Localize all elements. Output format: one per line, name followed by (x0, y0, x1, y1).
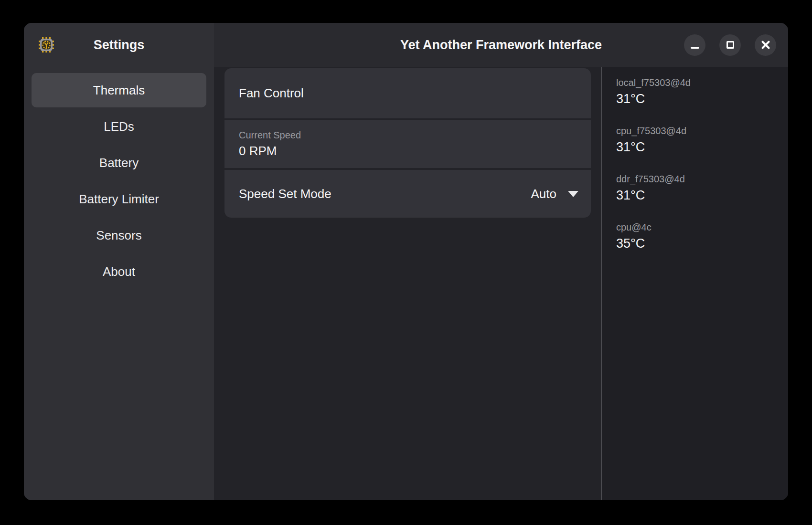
close-button[interactable] (755, 34, 776, 56)
app-window: Settings Thermals LEDs Battery Battery L… (24, 23, 788, 500)
sensor-item: cpu_f75303@4d 31°C (616, 126, 779, 155)
sidebar-header: Settings (24, 23, 214, 67)
current-speed-row: Current Speed 0 RPM (224, 120, 591, 168)
sidebar-item-about[interactable]: About (32, 254, 206, 289)
sensor-item: cpu@4c 35°C (616, 222, 779, 251)
window-controls (684, 23, 776, 67)
maximize-button[interactable] (719, 34, 741, 56)
sidebar-item-leds[interactable]: LEDs (32, 109, 206, 144)
sensor-name: cpu@4c (616, 222, 779, 233)
sensor-item: ddr_f75303@4d 31°C (616, 174, 779, 203)
fan-control-title: Fan Control (239, 86, 304, 101)
sidebar-item-thermals[interactable]: Thermals (32, 73, 206, 107)
current-speed-value: 0 RPM (239, 144, 591, 158)
current-speed-label: Current Speed (239, 130, 591, 141)
fan-control-header-row: Fan Control (224, 68, 591, 118)
speed-set-mode-value: Auto (531, 187, 557, 201)
sensor-value: 35°C (616, 236, 779, 251)
sensor-value: 31°C (616, 188, 779, 203)
sidebar-item-battery-limiter[interactable]: Battery Limiter (32, 182, 206, 216)
maximize-icon (727, 41, 734, 49)
speed-set-mode-dropdown[interactable]: Auto (531, 187, 579, 201)
sidebar-item-sensors[interactable]: Sensors (32, 218, 206, 252)
chevron-down-icon (568, 191, 578, 197)
minimize-button[interactable] (684, 34, 705, 56)
headerbar: Yet Another Framework Interface (214, 23, 788, 67)
fan-control-card: Fan Control Current Speed 0 RPM Speed Se… (224, 68, 591, 218)
close-icon (760, 39, 771, 51)
chip-gear-icon (38, 37, 54, 53)
minimize-icon (691, 47, 699, 49)
sidebar: Settings Thermals LEDs Battery Battery L… (24, 23, 214, 500)
body-row: Fan Control Current Speed 0 RPM Speed Se… (214, 67, 788, 500)
content-area: Fan Control Current Speed 0 RPM Speed Se… (214, 67, 601, 500)
sensor-item: local_f75303@4d 31°C (616, 77, 779, 106)
sensor-name: local_f75303@4d (616, 77, 779, 88)
main-area: Yet Another Framework Interface (214, 23, 788, 500)
speed-set-mode-row: Speed Set Mode Auto (224, 170, 591, 218)
sensors-panel: local_f75303@4d 31°C cpu_f75303@4d 31°C … (601, 67, 788, 500)
sensor-name: cpu_f75303@4d (616, 126, 779, 136)
sidebar-title: Settings (94, 38, 145, 52)
sensor-value: 31°C (616, 140, 779, 155)
sensor-value: 31°C (616, 92, 779, 106)
sidebar-item-battery[interactable]: Battery (32, 146, 206, 180)
sidebar-nav: Thermals LEDs Battery Battery Limiter Se… (32, 73, 206, 289)
speed-set-mode-label: Speed Set Mode (239, 187, 331, 201)
sensor-name: ddr_f75303@4d (616, 174, 779, 185)
window-title: Yet Another Framework Interface (400, 38, 602, 52)
